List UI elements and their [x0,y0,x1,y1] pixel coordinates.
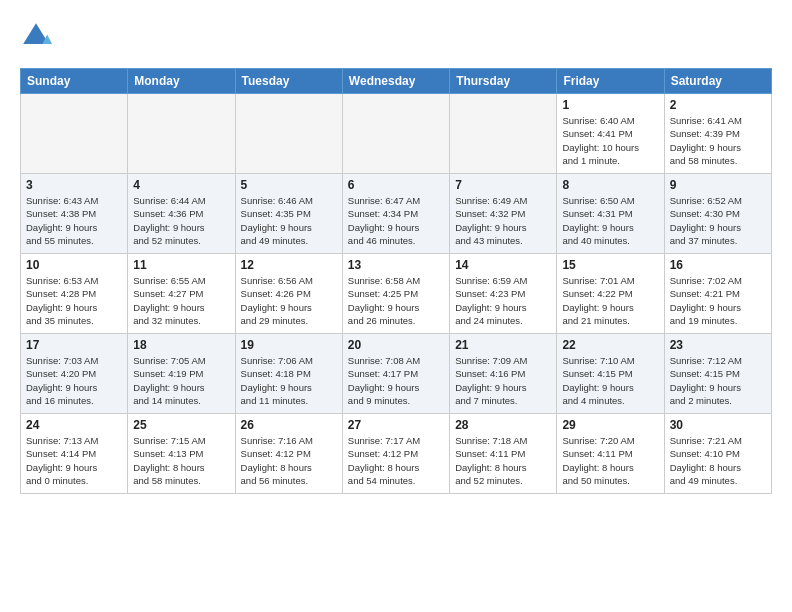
day-number: 20 [348,338,444,352]
day-info: Sunrise: 7:13 AM Sunset: 4:14 PM Dayligh… [26,434,122,487]
day-number: 5 [241,178,337,192]
header [20,20,772,52]
day-number: 19 [241,338,337,352]
day-info: Sunrise: 6:50 AM Sunset: 4:31 PM Dayligh… [562,194,658,247]
day-info: Sunrise: 7:21 AM Sunset: 4:10 PM Dayligh… [670,434,766,487]
week-row-2: 10Sunrise: 6:53 AM Sunset: 4:28 PM Dayli… [21,254,772,334]
calendar-cell [342,94,449,174]
day-number: 30 [670,418,766,432]
day-number: 9 [670,178,766,192]
day-number: 29 [562,418,658,432]
day-number: 26 [241,418,337,432]
day-number: 27 [348,418,444,432]
calendar-cell [21,94,128,174]
calendar-cell: 16Sunrise: 7:02 AM Sunset: 4:21 PM Dayli… [664,254,771,334]
week-row-1: 3Sunrise: 6:43 AM Sunset: 4:38 PM Daylig… [21,174,772,254]
day-number: 23 [670,338,766,352]
calendar-cell: 2Sunrise: 6:41 AM Sunset: 4:39 PM Daylig… [664,94,771,174]
day-info: Sunrise: 7:01 AM Sunset: 4:22 PM Dayligh… [562,274,658,327]
day-info: Sunrise: 6:43 AM Sunset: 4:38 PM Dayligh… [26,194,122,247]
day-info: Sunrise: 7:18 AM Sunset: 4:11 PM Dayligh… [455,434,551,487]
header-row: SundayMondayTuesdayWednesdayThursdayFrid… [21,69,772,94]
calendar-cell: 30Sunrise: 7:21 AM Sunset: 4:10 PM Dayli… [664,414,771,494]
day-info: Sunrise: 6:49 AM Sunset: 4:32 PM Dayligh… [455,194,551,247]
day-number: 21 [455,338,551,352]
day-number: 18 [133,338,229,352]
calendar-cell: 14Sunrise: 6:59 AM Sunset: 4:23 PM Dayli… [450,254,557,334]
day-number: 1 [562,98,658,112]
calendar-cell: 17Sunrise: 7:03 AM Sunset: 4:20 PM Dayli… [21,334,128,414]
day-info: Sunrise: 7:02 AM Sunset: 4:21 PM Dayligh… [670,274,766,327]
day-number: 11 [133,258,229,272]
day-info: Sunrise: 7:16 AM Sunset: 4:12 PM Dayligh… [241,434,337,487]
day-info: Sunrise: 6:44 AM Sunset: 4:36 PM Dayligh… [133,194,229,247]
day-number: 13 [348,258,444,272]
day-number: 3 [26,178,122,192]
calendar-cell: 28Sunrise: 7:18 AM Sunset: 4:11 PM Dayli… [450,414,557,494]
day-info: Sunrise: 7:20 AM Sunset: 4:11 PM Dayligh… [562,434,658,487]
logo-icon [20,20,52,52]
day-number: 2 [670,98,766,112]
day-number: 22 [562,338,658,352]
day-number: 14 [455,258,551,272]
week-row-0: 1Sunrise: 6:40 AM Sunset: 4:41 PM Daylig… [21,94,772,174]
day-number: 28 [455,418,551,432]
day-info: Sunrise: 7:10 AM Sunset: 4:15 PM Dayligh… [562,354,658,407]
day-info: Sunrise: 6:40 AM Sunset: 4:41 PM Dayligh… [562,114,658,167]
day-number: 24 [26,418,122,432]
calendar-cell: 12Sunrise: 6:56 AM Sunset: 4:26 PM Dayli… [235,254,342,334]
day-number: 16 [670,258,766,272]
day-info: Sunrise: 7:08 AM Sunset: 4:17 PM Dayligh… [348,354,444,407]
day-info: Sunrise: 6:46 AM Sunset: 4:35 PM Dayligh… [241,194,337,247]
day-info: Sunrise: 6:47 AM Sunset: 4:34 PM Dayligh… [348,194,444,247]
day-info: Sunrise: 6:41 AM Sunset: 4:39 PM Dayligh… [670,114,766,167]
header-cell-monday: Monday [128,69,235,94]
day-info: Sunrise: 7:06 AM Sunset: 4:18 PM Dayligh… [241,354,337,407]
calendar-cell: 22Sunrise: 7:10 AM Sunset: 4:15 PM Dayli… [557,334,664,414]
day-number: 15 [562,258,658,272]
header-cell-wednesday: Wednesday [342,69,449,94]
calendar-table: SundayMondayTuesdayWednesdayThursdayFrid… [20,68,772,494]
page: SundayMondayTuesdayWednesdayThursdayFrid… [0,0,792,504]
calendar-cell: 5Sunrise: 6:46 AM Sunset: 4:35 PM Daylig… [235,174,342,254]
calendar-cell: 6Sunrise: 6:47 AM Sunset: 4:34 PM Daylig… [342,174,449,254]
calendar-body: 1Sunrise: 6:40 AM Sunset: 4:41 PM Daylig… [21,94,772,494]
day-number: 6 [348,178,444,192]
day-info: Sunrise: 6:53 AM Sunset: 4:28 PM Dayligh… [26,274,122,327]
header-cell-thursday: Thursday [450,69,557,94]
day-info: Sunrise: 7:15 AM Sunset: 4:13 PM Dayligh… [133,434,229,487]
calendar-cell: 13Sunrise: 6:58 AM Sunset: 4:25 PM Dayli… [342,254,449,334]
calendar-cell: 20Sunrise: 7:08 AM Sunset: 4:17 PM Dayli… [342,334,449,414]
day-number: 17 [26,338,122,352]
logo [20,20,56,52]
day-info: Sunrise: 6:52 AM Sunset: 4:30 PM Dayligh… [670,194,766,247]
day-info: Sunrise: 7:12 AM Sunset: 4:15 PM Dayligh… [670,354,766,407]
day-number: 25 [133,418,229,432]
day-number: 7 [455,178,551,192]
day-info: Sunrise: 6:55 AM Sunset: 4:27 PM Dayligh… [133,274,229,327]
calendar-cell: 10Sunrise: 6:53 AM Sunset: 4:28 PM Dayli… [21,254,128,334]
calendar-cell: 21Sunrise: 7:09 AM Sunset: 4:16 PM Dayli… [450,334,557,414]
calendar-cell: 19Sunrise: 7:06 AM Sunset: 4:18 PM Dayli… [235,334,342,414]
calendar-cell [128,94,235,174]
day-number: 10 [26,258,122,272]
calendar-cell: 15Sunrise: 7:01 AM Sunset: 4:22 PM Dayli… [557,254,664,334]
calendar-cell [450,94,557,174]
day-info: Sunrise: 7:17 AM Sunset: 4:12 PM Dayligh… [348,434,444,487]
day-info: Sunrise: 7:03 AM Sunset: 4:20 PM Dayligh… [26,354,122,407]
day-info: Sunrise: 6:58 AM Sunset: 4:25 PM Dayligh… [348,274,444,327]
header-cell-sunday: Sunday [21,69,128,94]
calendar-cell: 18Sunrise: 7:05 AM Sunset: 4:19 PM Dayli… [128,334,235,414]
calendar-cell: 27Sunrise: 7:17 AM Sunset: 4:12 PM Dayli… [342,414,449,494]
header-cell-friday: Friday [557,69,664,94]
day-number: 4 [133,178,229,192]
calendar-cell: 11Sunrise: 6:55 AM Sunset: 4:27 PM Dayli… [128,254,235,334]
header-cell-tuesday: Tuesday [235,69,342,94]
calendar-header: SundayMondayTuesdayWednesdayThursdayFrid… [21,69,772,94]
day-number: 12 [241,258,337,272]
calendar-cell: 29Sunrise: 7:20 AM Sunset: 4:11 PM Dayli… [557,414,664,494]
calendar-cell: 4Sunrise: 6:44 AM Sunset: 4:36 PM Daylig… [128,174,235,254]
calendar-cell: 24Sunrise: 7:13 AM Sunset: 4:14 PM Dayli… [21,414,128,494]
calendar-cell: 8Sunrise: 6:50 AM Sunset: 4:31 PM Daylig… [557,174,664,254]
day-number: 8 [562,178,658,192]
